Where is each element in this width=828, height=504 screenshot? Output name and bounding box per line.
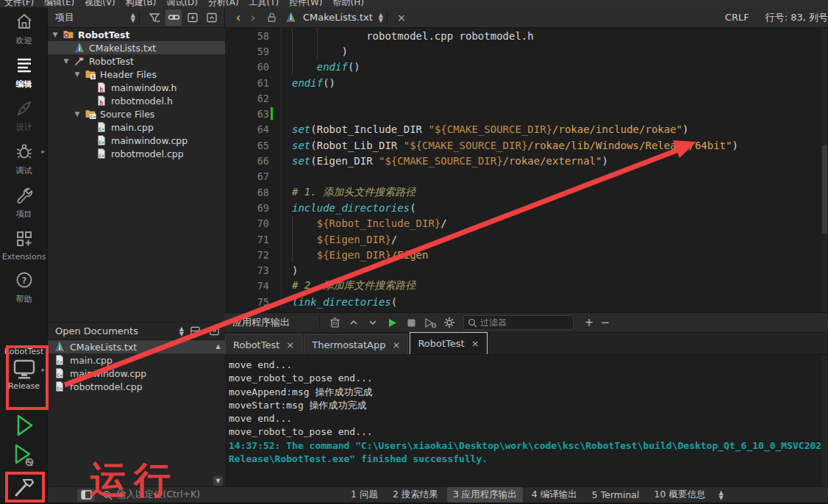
open-documents-title[interactable]: Open Documents bbox=[55, 325, 138, 336]
debug-run-button[interactable] bbox=[0, 442, 48, 469]
code-text[interactable]: ${Eigen_DIR}/Eigen bbox=[281, 247, 828, 262]
close-tab-icon[interactable]: × bbox=[392, 339, 400, 350]
locator-input[interactable]: 输入以定位(Ctrl+K) bbox=[102, 489, 301, 501]
expand-arrow-icon[interactable]: ▼ bbox=[73, 71, 82, 78]
file-switch-arrows[interactable]: ▲▼ bbox=[379, 12, 383, 23]
debug-rerun-icon[interactable] bbox=[422, 314, 438, 331]
output-tab-robottest[interactable]: RobotTest× bbox=[410, 332, 487, 354]
code-line-64[interactable]: 64set(Robot_Include_DIR "${CMAKE_SOURCE_… bbox=[225, 122, 828, 137]
split-add-icon[interactable] bbox=[185, 10, 201, 26]
menu-item[interactable]: 控件(W) bbox=[289, 0, 322, 7]
statusbar-pane-button[interactable]: 4 编译输出 bbox=[526, 487, 583, 503]
code-line-72[interactable]: 72 ${Eigen_DIR}/Eigen bbox=[225, 247, 828, 262]
project-pane-title[interactable]: 项目 bbox=[55, 11, 74, 24]
statusbar-pane-button[interactable]: 1 问题 bbox=[345, 487, 384, 503]
menu-item[interactable]: 构建(B) bbox=[126, 0, 157, 7]
code-line-69[interactable]: 69include_directories( bbox=[225, 200, 828, 215]
code-line-61[interactable]: 61endif() bbox=[225, 75, 828, 90]
menu-item[interactable]: 调试(D) bbox=[166, 0, 198, 7]
split-pane-icon[interactable] bbox=[187, 323, 203, 339]
menu-item[interactable]: 分析(A) bbox=[208, 0, 239, 7]
statusbar-pane-button[interactable]: 3 应用程序输出 bbox=[447, 487, 523, 503]
output-pane-arrows[interactable]: ▲▼ bbox=[718, 490, 723, 500]
settings-gear-icon[interactable] bbox=[441, 314, 457, 331]
code-line-75[interactable]: 75link_directories( bbox=[225, 294, 828, 309]
open-file-name[interactable]: CMakeLists.txt bbox=[303, 12, 373, 23]
close-pane-icon[interactable] bbox=[206, 323, 222, 339]
back-icon[interactable]: ‹ bbox=[231, 10, 246, 25]
code-text[interactable]: ) bbox=[281, 43, 828, 59]
mode-item-projects[interactable]: 项目 bbox=[0, 181, 48, 224]
statusbar-pane-button[interactable]: 2 搜索结果 bbox=[387, 487, 444, 503]
next-item-icon[interactable] bbox=[365, 314, 381, 331]
code-text[interactable]: set(Robot_Include_DIR "${CMAKE_SOURCE_DI… bbox=[281, 122, 828, 137]
sidebar-toggle-icon[interactable] bbox=[77, 489, 95, 502]
editor-scrollbar[interactable] bbox=[821, 28, 828, 312]
mode-item-edit[interactable]: 编辑 bbox=[0, 51, 48, 94]
open-doc-mainwindow-cpp[interactable]: C+mainwindow.cpp bbox=[48, 367, 225, 380]
code-line-66[interactable]: 66set(Eigen_DIR "${CMAKE_SOURCE_DIR}/rok… bbox=[225, 153, 828, 168]
output-scrollbar[interactable] bbox=[821, 356, 828, 487]
code-text[interactable] bbox=[281, 169, 828, 184]
code-text[interactable] bbox=[281, 90, 828, 106]
menu-item[interactable]: 工具(T) bbox=[249, 0, 279, 7]
code-line-73[interactable]: 73) bbox=[225, 262, 828, 278]
code-text[interactable]: # 2. 添加库文件搜索路径 bbox=[281, 278, 828, 294]
mode-item-debug[interactable]: ▸调试 bbox=[0, 137, 48, 181]
code-line-63[interactable]: 63 bbox=[225, 106, 828, 121]
lock-icon[interactable] bbox=[263, 10, 279, 26]
output-tab-thermostatapp[interactable]: ThermostatApp× bbox=[304, 334, 408, 354]
tree-item-mainwindow-h[interactable]: hmainwindow.h bbox=[48, 81, 225, 94]
code-text[interactable]: ${Robot_Include_DIR}/ bbox=[281, 216, 828, 231]
statusbar-pane-button[interactable]: 5 Terminal bbox=[586, 488, 646, 502]
tree-item-cmakelists-txt[interactable]: CMakeLists.txt bbox=[48, 41, 225, 54]
close-file-icon[interactable]: × bbox=[391, 12, 412, 24]
code-line-60[interactable]: 60 endif() bbox=[225, 60, 828, 75]
kit-selector[interactable]: RobotTest ▸ Release bbox=[0, 347, 48, 391]
build-button[interactable] bbox=[0, 475, 48, 500]
flyout-arrow-icon[interactable]: ▸ bbox=[41, 148, 45, 155]
code-line-68[interactable]: 68# 1. 添加头文件搜索路径 bbox=[225, 184, 828, 200]
link-with-editor-icon[interactable] bbox=[165, 10, 182, 26]
output-tab-robottest[interactable]: RobotTest× bbox=[225, 334, 302, 354]
prev-item-icon[interactable] bbox=[346, 314, 362, 331]
collapse-all-icon[interactable] bbox=[204, 10, 220, 26]
rerun-icon[interactable] bbox=[384, 314, 400, 331]
code-text[interactable]: set(Robot_Lib_DIR "${CMAKE_SOURCE_DIR}/r… bbox=[281, 137, 828, 153]
code-text[interactable]: endif() bbox=[281, 75, 828, 90]
tree-item-robottest[interactable]: ▼RobotTest bbox=[48, 28, 225, 41]
menu-item[interactable]: 编辑(E) bbox=[44, 0, 74, 7]
scroll-down-icon[interactable]: ▼ bbox=[213, 476, 223, 486]
pane-switch-arrows[interactable]: ▲▼ bbox=[179, 326, 184, 336]
tree-item-robotmodel-cpp[interactable]: C+robotmodel.cpp bbox=[48, 147, 225, 160]
tree-item-main-cpp[interactable]: C+main.cpp bbox=[48, 120, 225, 134]
scroll-up-icon[interactable]: ▲ bbox=[213, 342, 223, 351]
code-line-70[interactable]: 70 ${Robot_Include_DIR}/ bbox=[225, 216, 828, 231]
code-text[interactable]: link_directories( bbox=[281, 294, 828, 309]
forward-icon[interactable]: › bbox=[246, 10, 260, 25]
code-line-62[interactable]: 62 bbox=[225, 90, 828, 106]
code-text[interactable]: include_directories( bbox=[281, 200, 828, 215]
code-line-59[interactable]: 59 ) bbox=[225, 43, 828, 59]
zoom-out-icon[interactable]: − bbox=[597, 316, 613, 329]
expand-arrow-icon[interactable]: ▼ bbox=[51, 31, 60, 38]
tree-item-robottest[interactable]: ▼RobotTest bbox=[48, 54, 225, 68]
tree-item-header-files[interactable]: ▼hHeader Files bbox=[48, 68, 225, 81]
code-text[interactable]: endif() bbox=[281, 60, 828, 75]
close-tab-icon[interactable]: × bbox=[286, 339, 294, 350]
pane-switch-arrows[interactable]: ▲▼ bbox=[131, 12, 135, 23]
open-doc-main-cpp[interactable]: C+main.cpp bbox=[48, 353, 225, 367]
code-line-71[interactable]: 71 ${Eigen_DIR}/ bbox=[225, 231, 828, 247]
close-tab-icon[interactable]: × bbox=[471, 338, 479, 349]
code-line-74[interactable]: 74# 2. 添加库文件搜索路径 bbox=[225, 278, 828, 294]
menu-item[interactable]: 帮助(H) bbox=[333, 0, 364, 7]
code-line-58[interactable]: 58 robotmodel.cpp robotmodel.h bbox=[225, 28, 828, 43]
tree-item-robotmodel-h[interactable]: hrobotmodel.h bbox=[48, 94, 225, 107]
filter-icon[interactable] bbox=[146, 10, 163, 26]
code-text[interactable]: ) bbox=[281, 262, 828, 278]
code-line-67[interactable]: 67 bbox=[225, 169, 828, 184]
menu-item[interactable]: 视图(V) bbox=[85, 0, 115, 7]
line-ending-indicator[interactable]: CRLF bbox=[725, 12, 749, 23]
mode-item-help[interactable]: ?帮助 bbox=[0, 266, 48, 309]
code-text[interactable]: # 1. 添加头文件搜索路径 bbox=[281, 184, 828, 200]
